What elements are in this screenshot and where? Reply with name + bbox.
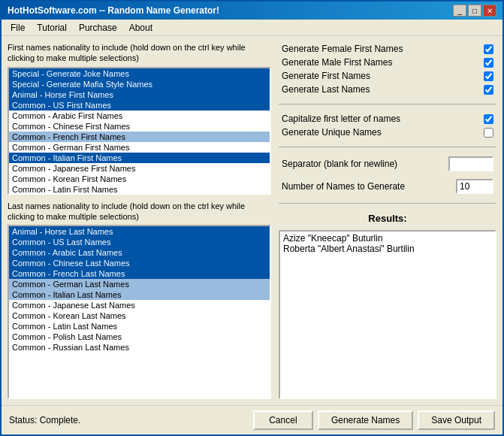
list-item[interactable]: Common - French First Names	[9, 132, 270, 142]
list-item[interactable]: Common - German Last Names	[9, 279, 270, 289]
checkbox-unique-label: Generate Unique Names	[282, 127, 382, 138]
menu-bar: File Tutorial Purchase About	[2, 20, 502, 36]
number-input[interactable]	[456, 179, 493, 194]
main-window: HotHotSoftware.com -- Random Name Genera…	[0, 0, 504, 436]
first-names-listbox[interactable]: Special - Generate Joke Names Special - …	[8, 67, 271, 195]
minimize-button[interactable]: _	[453, 5, 466, 17]
separator-label: Separator (blank for newline)	[282, 159, 397, 169]
list-item[interactable]: Common - Japanese First Names	[9, 163, 270, 174]
first-names-label: First names nationality to include (hold…	[8, 42, 271, 64]
checkbox-capitalize-label: Capitalize first letter of names	[282, 114, 400, 124]
left-panel: First names nationality to include (hold…	[8, 42, 271, 399]
list-item[interactable]: Common - Japanese Last Names	[9, 300, 270, 310]
list-item[interactable]: Common - Italian Last Names	[9, 289, 270, 300]
menu-about[interactable]: About	[123, 21, 158, 35]
checkbox-last[interactable]	[484, 85, 493, 95]
right-panel: Generate Female First Names Generate Mal…	[279, 42, 496, 399]
list-item[interactable]: Common - Arabic Last Names	[9, 247, 270, 258]
list-item[interactable]: Common - Korean First Names	[9, 174, 270, 184]
window-title: HotHotSoftware.com -- Random Name Genera…	[8, 5, 219, 16]
separator-input[interactable]	[448, 156, 493, 171]
checkbox-row-last: Generate Last Names	[279, 83, 496, 96]
list-item[interactable]: Common - Chinese Last Names	[9, 258, 270, 268]
list-item[interactable]: Common - Latin Last Names	[9, 321, 270, 332]
list-item[interactable]: Special - Generate Joke Names	[9, 68, 270, 79]
list-item[interactable]: Common - Arabic First Names	[9, 111, 270, 121]
checkbox-first[interactable]	[484, 71, 493, 81]
checkbox-group-2: Capitalize first letter of names Generat…	[279, 112, 496, 139]
list-item[interactable]: Common - Russian Last Names	[9, 342, 270, 353]
list-item[interactable]: Animal - Horse First Names	[9, 89, 270, 100]
checkbox-female-label: Generate Female First Names	[282, 44, 403, 54]
results-text: Azize "Kneecap" ButurlinRoberta "Albert …	[283, 233, 492, 254]
checkbox-row-female: Generate Female First Names	[279, 42, 496, 56]
number-label: Number of Names to Generate	[282, 181, 405, 192]
menu-purchase[interactable]: Purchase	[73, 21, 123, 35]
checkbox-first-label: Generate First Names	[282, 71, 370, 81]
checkbox-group-1: Generate Female First Names Generate Mal…	[279, 42, 496, 96]
results-label: Results:	[279, 211, 496, 226]
first-names-section: First names nationality to include (hold…	[8, 42, 271, 195]
last-names-label: Last names nationality to include (hold …	[8, 201, 271, 223]
separator-1	[279, 104, 496, 104]
list-item[interactable]: Common - US Last Names	[9, 237, 270, 247]
maximize-button[interactable]: □	[468, 5, 481, 17]
list-item[interactable]: Common - French Last Names	[9, 268, 270, 279]
checkbox-row-first: Generate First Names	[279, 69, 496, 83]
checkbox-row-male: Generate Male First Names	[279, 56, 496, 69]
content-area: First names nationality to include (hold…	[2, 36, 502, 405]
close-button[interactable]: ✕	[483, 5, 496, 17]
checkbox-unique[interactable]	[484, 128, 493, 138]
list-item[interactable]: Common - Chinese First Names	[9, 121, 270, 132]
last-names-listbox[interactable]: Animal - Horse Last Names Common - US La…	[8, 225, 271, 399]
menu-file[interactable]: File	[5, 21, 31, 35]
list-item[interactable]: Common - Latin First Names	[9, 184, 270, 195]
bottom-bar: Status: Complete. Cancel Generate Names …	[2, 405, 502, 434]
last-names-section: Last names nationality to include (hold …	[8, 201, 271, 399]
separator-field-row: Separator (blank for newline)	[279, 155, 496, 173]
list-item[interactable]: Common - Korean Last Names	[9, 310, 270, 321]
checkbox-capitalize[interactable]	[484, 114, 493, 124]
title-bar: HotHotSoftware.com -- Random Name Genera…	[2, 2, 502, 20]
generate-button[interactable]: Generate Names	[318, 410, 413, 430]
list-item[interactable]: Common - US First Names	[9, 100, 270, 111]
save-output-button[interactable]: Save Output	[418, 410, 495, 430]
button-group: Cancel Generate Names Save Output	[253, 410, 495, 430]
separator-3	[279, 203, 496, 204]
results-box[interactable]: Azize "Kneecap" ButurlinRoberta "Albert …	[279, 230, 496, 399]
list-item[interactable]: Common - Italian First Names	[9, 153, 270, 163]
list-item[interactable]: Special - Generate Mafia Style Names	[9, 79, 270, 89]
separator-2	[279, 147, 496, 147]
status-text: Status: Complete.	[9, 415, 80, 425]
number-field-row: Number of Names to Generate	[279, 177, 496, 195]
checkbox-last-label: Generate Last Names	[282, 84, 370, 95]
checkbox-row-unique: Generate Unique Names	[279, 126, 496, 139]
cancel-button[interactable]: Cancel	[253, 410, 313, 430]
checkbox-male-label: Generate Male First Names	[282, 57, 392, 68]
checkbox-male[interactable]	[484, 58, 493, 68]
list-item[interactable]: Animal - Horse Last Names	[9, 226, 270, 237]
list-item[interactable]: Common - German First Names	[9, 142, 270, 153]
list-item[interactable]: Common - Polish Last Names	[9, 332, 270, 342]
checkbox-female[interactable]	[484, 44, 493, 54]
window-controls: _ □ ✕	[453, 5, 496, 17]
checkbox-row-capitalize: Capitalize first letter of names	[279, 112, 496, 126]
menu-tutorial[interactable]: Tutorial	[31, 21, 73, 35]
